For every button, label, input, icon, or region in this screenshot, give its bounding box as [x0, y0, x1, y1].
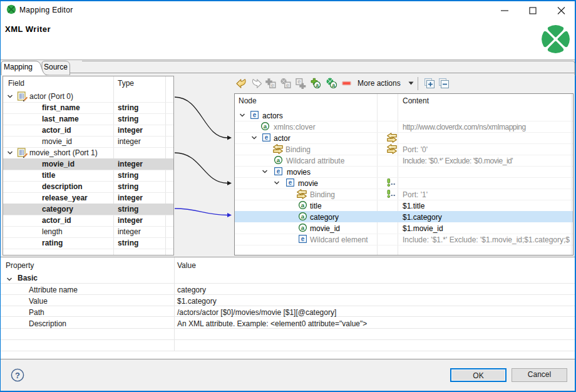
svg-text:e: e	[271, 82, 274, 88]
svg-text:e: e	[286, 82, 289, 88]
svg-text:e: e	[297, 78, 301, 85]
svg-text:a: a	[332, 82, 335, 88]
svg-text:?: ?	[15, 371, 20, 380]
svg-text:a: a	[316, 82, 319, 88]
